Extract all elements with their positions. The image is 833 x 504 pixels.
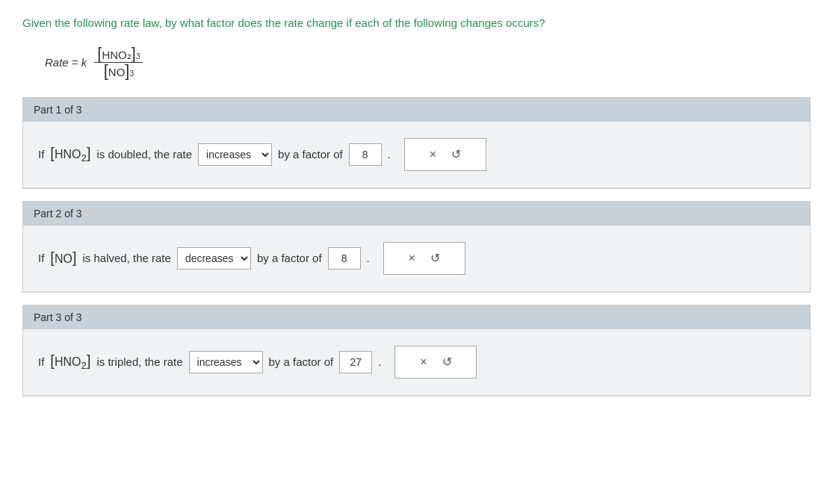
- rate-law: Rate = k [HNO₂]3 [NO]3: [45, 46, 811, 79]
- factor-input-1[interactable]: [349, 143, 382, 166]
- fraction-container: [HNO₂]3 [NO]3: [94, 46, 143, 79]
- part-header-2: Part 2 of 3: [23, 202, 810, 225]
- rate-label: Rate = k: [45, 56, 87, 69]
- rate-select-1[interactable]: increasesdecreases: [198, 143, 272, 166]
- species-1: [HNO2]: [50, 145, 90, 164]
- if-text-1: If: [38, 148, 44, 161]
- part-body-1: If[HNO2]is doubled, the rateincreasesdec…: [23, 122, 810, 188]
- by-factor-text-2: by a factor of: [257, 252, 322, 264]
- action-text-3: is tripled, the rate: [96, 355, 182, 368]
- close-icon-1[interactable]: ×: [430, 148, 436, 161]
- part-body-3: If[HNO2]is tripled, the rateincreasesdec…: [23, 329, 810, 396]
- dot-1: .: [388, 148, 391, 161]
- part-section-3: Part 3 of 3If[HNO2]is tripled, the ratei…: [22, 305, 811, 396]
- rate-law-num-exp: 3: [136, 52, 140, 60]
- redo-icon-1[interactable]: ↺: [451, 147, 461, 161]
- if-text-3: If: [38, 355, 44, 368]
- rate-law-den-exp: 3: [129, 69, 134, 78]
- action-text-2: is halved, the rate: [82, 252, 170, 264]
- feedback-box-2: ×↺: [383, 242, 465, 275]
- close-icon-2[interactable]: ×: [409, 252, 415, 265]
- by-factor-text-3: by a factor of: [269, 355, 334, 368]
- factor-input-2[interactable]: [328, 247, 361, 270]
- by-factor-text-1: by a factor of: [278, 148, 343, 161]
- species-2: [NO]: [50, 249, 76, 267]
- question-text: Given the following rate law, by what fa…: [22, 15, 811, 32]
- redo-icon-2[interactable]: ↺: [430, 251, 440, 265]
- part-header-1: Part 1 of 3: [23, 98, 810, 122]
- feedback-box-1: ×↺: [404, 138, 486, 171]
- dot-2: .: [367, 252, 370, 264]
- part-section-1: Part 1 of 3If[HNO2]is doubled, the ratei…: [22, 97, 811, 189]
- rate-select-3[interactable]: increasesdecreases: [189, 351, 263, 373]
- feedback-box-3: ×↺: [394, 346, 477, 379]
- part-section-2: Part 2 of 3If[NO]is halved, the rateincr…: [22, 201, 811, 293]
- species-3: [HNO2]: [50, 352, 90, 371]
- rate-select-2[interactable]: increasesdecreases: [177, 247, 251, 270]
- if-text-2: If: [38, 252, 44, 264]
- rate-law-numerator: HNO₂: [102, 49, 131, 62]
- part-body-2: If[NO]is halved, the rateincreasesdecrea…: [23, 225, 810, 292]
- close-icon-3[interactable]: ×: [420, 355, 427, 369]
- dot-3: .: [378, 355, 381, 368]
- factor-input-3[interactable]: [339, 351, 372, 373]
- rate-law-denominator: NO: [108, 66, 126, 78]
- redo-icon-3[interactable]: ↺: [442, 355, 452, 369]
- part-header-3: Part 3 of 3: [23, 305, 810, 329]
- action-text-1: is doubled, the rate: [96, 148, 192, 161]
